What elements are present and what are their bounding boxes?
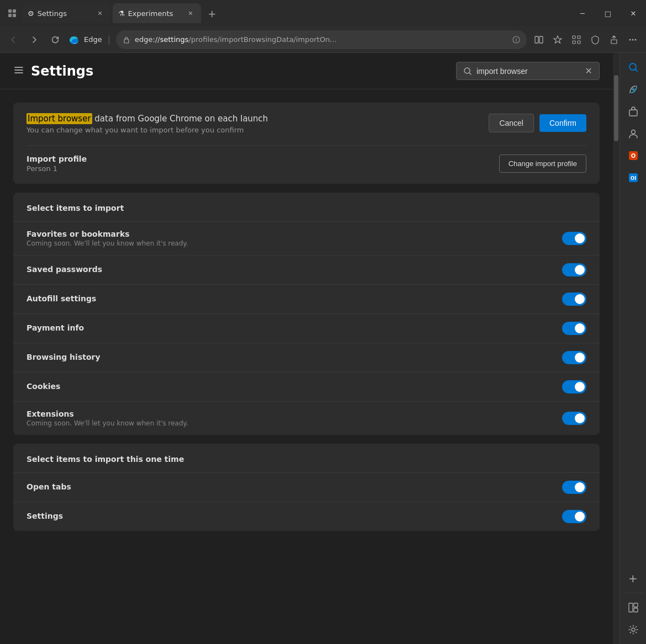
import-title-suffix: data from Google Chrome on each launch: [92, 114, 268, 124]
toggle-settings[interactable]: [562, 510, 586, 523]
settings-search-box[interactable]: ✕: [456, 62, 600, 80]
svg-rect-8: [539, 36, 543, 43]
svg-text:O: O: [631, 153, 636, 159]
tab-settings-icon: ⚙: [28, 9, 34, 18]
settings-header: Settings ✕: [0, 53, 613, 89]
svg-text:Ol: Ol: [630, 175, 636, 181]
cancel-button[interactable]: Cancel: [489, 114, 534, 132]
toggle-cookies[interactable]: [562, 380, 586, 393]
import-subtitle: You can change what you want to import b…: [27, 126, 489, 134]
svg-rect-25: [629, 603, 633, 612]
toggle-item-extensions-info: Extensions Coming soon. We'll let you kn…: [27, 409, 188, 427]
address-separator: |: [108, 34, 110, 45]
lock-icon: [123, 36, 130, 44]
address-field[interactable]: edge://settings/profiles/importBrowsingD…: [116, 30, 527, 49]
addressbar: Edge | edge://settings/profiles/importBr…: [0, 26, 646, 53]
titlebar-controls: ─ □ ✕: [570, 0, 646, 26]
toggle-extensions[interactable]: [562, 412, 586, 425]
toggle-item-extensions-label: Extensions: [27, 409, 188, 418]
search-clear-button[interactable]: ✕: [585, 66, 592, 76]
import-header: Import browser data from Google Chrome o…: [27, 114, 586, 134]
sidebar-copilot-icon[interactable]: [623, 79, 643, 99]
toggle-item-history-info: Browsing history: [27, 353, 100, 363]
toggle-item-cookies-label: Cookies: [27, 382, 60, 391]
select-items-once-section: Select items to import this one time Ope…: [13, 444, 600, 531]
svg-rect-9: [573, 36, 575, 39]
svg-rect-11: [573, 41, 575, 44]
sidebar-outlook-icon[interactable]: Ol: [623, 168, 643, 188]
titlebar: ⚙ Settings ✕ ⚗ Experiments ✕ + ─ □ ✕: [0, 0, 646, 26]
toggle-item-extensions-desc: Coming soon. We'll let you know when it'…: [27, 419, 188, 427]
toggle-item-passwords-info: Saved passwords: [27, 265, 102, 275]
toggle-item-autofill: Autofill settings: [13, 284, 600, 313]
svg-rect-2: [8, 14, 12, 17]
toggle-item-autofill-info: Autofill settings: [27, 294, 96, 304]
favorites-icon[interactable]: [549, 31, 566, 49]
toggle-item-passwords: Saved passwords: [13, 255, 600, 284]
toolbar-icons: [530, 31, 642, 49]
edge-label: Edge: [84, 35, 102, 44]
search-input[interactable]: [476, 67, 581, 76]
scrollbar[interactable]: [613, 53, 619, 644]
toggle-item-cookies-info: Cookies: [27, 382, 60, 392]
toggle-item-payment: Payment info: [13, 313, 600, 343]
svg-rect-1: [13, 9, 16, 13]
sidebar-bag-icon[interactable]: [623, 102, 643, 121]
tab-settings[interactable]: ⚙ Settings ✕: [22, 3, 110, 23]
profile-value: Person 1: [27, 164, 87, 173]
toggle-autofill[interactable]: [562, 292, 586, 306]
sidebar-add-icon[interactable]: +: [623, 568, 643, 588]
sidebar-search-icon[interactable]: [623, 57, 643, 77]
titlebar-left: ⚙ Settings ✕ ⚗ Experiments ✕ +: [4, 3, 570, 23]
toggle-opentabs[interactable]: [562, 481, 586, 494]
right-sidebar: O Ol +: [619, 53, 646, 644]
svg-rect-26: [634, 603, 638, 607]
profile-info: Import profile Person 1: [27, 155, 87, 173]
tab-experiments-label: Experiments: [128, 9, 173, 18]
toggle-history[interactable]: [562, 351, 586, 364]
svg-point-28: [632, 628, 635, 631]
select-items-section: Select items to import Favorites or book…: [13, 193, 600, 435]
scrollbar-thumb[interactable]: [614, 75, 618, 141]
more-tools-icon[interactable]: [624, 31, 642, 49]
minimize-button[interactable]: ─: [570, 0, 595, 26]
tab-experiments[interactable]: ⚗ Experiments ✕: [113, 3, 201, 23]
shield-icon[interactable]: [586, 31, 604, 49]
toggle-passwords[interactable]: [562, 263, 586, 276]
toggle-item-settings-label: Settings: [27, 512, 63, 520]
menu-icon[interactable]: [13, 65, 24, 78]
refresh-button[interactable]: [46, 31, 64, 49]
share-icon[interactable]: [605, 31, 623, 49]
sidebar-person-icon[interactable]: [623, 124, 643, 143]
import-title-highlight: Import browser: [27, 113, 92, 124]
sidebar-layout-icon[interactable]: [623, 598, 643, 618]
tab-settings-label: Settings: [38, 9, 67, 18]
toggle-item-settings-info: Settings: [27, 512, 63, 521]
svg-rect-27: [634, 608, 638, 612]
tab-experiments-icon: ⚗: [118, 9, 125, 18]
back-button[interactable]: [4, 31, 22, 49]
edge-logo: [67, 33, 81, 46]
forward-button[interactable]: [25, 31, 43, 49]
toggle-favorites[interactable]: [562, 232, 586, 245]
sidebar-settings-icon[interactable]: [623, 620, 643, 640]
restore-button[interactable]: □: [595, 0, 621, 26]
toggle-item-opentabs: Open tabs: [13, 472, 600, 502]
close-button[interactable]: ✕: [621, 0, 646, 26]
import-profile: Import profile Person 1 Change import pr…: [27, 145, 586, 173]
toggle-item-payment-info: Payment info: [27, 323, 84, 333]
confirm-button[interactable]: Confirm: [539, 114, 586, 132]
import-card: Import browser data from Google Chrome o…: [13, 103, 600, 184]
sidebar-office-icon[interactable]: O: [623, 146, 643, 166]
change-import-profile-button[interactable]: Change import profile: [499, 155, 586, 173]
svg-rect-19: [629, 110, 637, 116]
svg-rect-10: [578, 36, 580, 39]
split-screen-icon[interactable]: [530, 31, 548, 49]
new-tab-button[interactable]: +: [203, 4, 221, 22]
toggle-payment[interactable]: [562, 322, 586, 335]
url-highlight: settings: [160, 35, 189, 44]
tab-settings-close[interactable]: ✕: [95, 8, 105, 18]
tab-experiments-close[interactable]: ✕: [186, 8, 195, 18]
collection-icon[interactable]: [568, 31, 585, 49]
site-info-icon[interactable]: [512, 36, 520, 44]
